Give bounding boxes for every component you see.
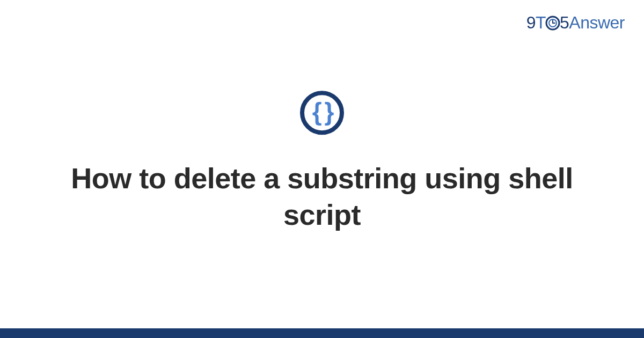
brand-five: 5 bbox=[560, 13, 569, 32]
footer-bar bbox=[0, 328, 644, 338]
code-braces-icon: { } bbox=[300, 91, 344, 135]
brand-logo: 9T 5Answer bbox=[526, 13, 625, 33]
clock-icon bbox=[545, 16, 560, 31]
page-title: How to delete a substring using shell sc… bbox=[32, 160, 612, 233]
main-content: { } How to delete a substring using shel… bbox=[0, 91, 644, 233]
brand-t: T bbox=[536, 13, 546, 32]
brand-answer: Answer bbox=[569, 13, 625, 32]
brand-nine: 9 bbox=[526, 13, 536, 32]
braces-glyph: { } bbox=[312, 99, 332, 124]
